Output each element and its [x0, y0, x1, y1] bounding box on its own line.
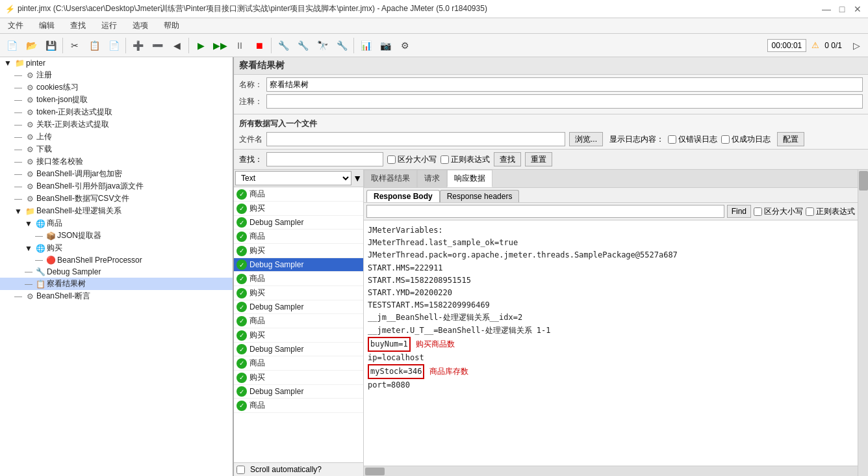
list-item-6[interactable]: ✓ 商品 — [234, 272, 363, 286]
toolbar-new[interactable]: 📄 — [3, 36, 21, 55]
toolbar-tool2[interactable]: 🔧 — [294, 36, 312, 55]
tree-item-14[interactable]: ▼ 🌐 购买 — [0, 242, 233, 254]
list-item-9[interactable]: ✓ 商品 — [234, 314, 363, 328]
list-item-14[interactable]: ✓ Debug Sampler — [234, 385, 363, 399]
tree-item-16[interactable]: — 🔧 Debug Sampler — [0, 266, 233, 278]
toolbar-start-no-pause[interactable]: ▶▶ — [211, 36, 229, 55]
toolbar-chart[interactable]: 📊 — [357, 36, 375, 55]
body-tab-response-headers[interactable]: Response headers — [440, 190, 520, 202]
config-button[interactable]: 配置 — [777, 132, 804, 146]
list-item-13[interactable]: ✓ 购买 — [234, 371, 363, 385]
errors-only-checkbox-label[interactable]: 仅错误日志 — [668, 134, 717, 145]
body-search-input[interactable] — [366, 205, 724, 218]
tree-item-1[interactable]: — ⚙ cookies练习 — [0, 81, 233, 94]
list-item-15[interactable]: ✓ 商品 — [234, 399, 363, 413]
body-case-label[interactable]: 区分大小写 — [754, 206, 803, 217]
find-button[interactable]: 查找 — [494, 152, 521, 166]
toolbar-tool1[interactable]: 🔧 — [274, 36, 292, 55]
menu-file[interactable]: 文件 — [5, 19, 26, 33]
case-sensitive-label[interactable]: 区分大小写 — [387, 154, 437, 165]
errors-only-checkbox[interactable] — [668, 135, 676, 144]
toolbar-add[interactable]: ➕ — [129, 36, 147, 55]
toolbar-back[interactable]: ◀ — [168, 36, 186, 55]
tree-item-15[interactable]: — 🔴 BeanShell PreProcessor — [0, 254, 233, 266]
menu-help[interactable]: 帮助 — [161, 19, 182, 33]
horizontal-scrollbar[interactable] — [364, 466, 858, 476]
vertical-scrollbar[interactable] — [858, 170, 868, 476]
toolbar-start[interactable]: ▶ — [192, 36, 210, 55]
comment-input[interactable] — [266, 94, 863, 109]
list-dropdown[interactable]: Text — [235, 171, 351, 185]
list-item-12[interactable]: ✓ 商品 — [234, 356, 363, 371]
minimize-button[interactable]: — — [821, 4, 832, 14]
regex-label[interactable]: 正则表达式 — [440, 154, 490, 165]
toolbar-remove[interactable]: ➖ — [148, 36, 166, 55]
v-scroll-thumb[interactable] — [859, 171, 868, 191]
tree-item-0[interactable]: — ⚙ 注册 — [0, 69, 233, 81]
list-item-10[interactable]: ✓ 购买 — [234, 328, 363, 343]
scroll-auto-checkbox[interactable] — [236, 466, 245, 474]
menu-find[interactable]: 查找 — [68, 19, 88, 33]
tree-root[interactable]: ▼ 📁 pinter — [0, 57, 233, 69]
tree-item-18[interactable]: — ⚙ BeanShell-断言 — [0, 290, 233, 302]
filename-input[interactable] — [266, 132, 565, 146]
tree-item-7[interactable]: — ⚙ 接口签名校验 — [0, 155, 233, 168]
tree-item-10[interactable]: — ⚙ BeanShell-数据写CSV文件 — [0, 192, 233, 205]
menu-edit[interactable]: 编辑 — [36, 19, 57, 33]
tree-item-17[interactable]: — 📋 察看结果树 — [0, 278, 233, 290]
toolbar-camera[interactable]: 📷 — [376, 36, 394, 55]
list-item-11[interactable]: ✓ Debug Sampler — [234, 343, 363, 356]
toolbar-open[interactable]: 📂 — [22, 36, 40, 55]
name-input[interactable] — [266, 77, 863, 92]
list-item-4[interactable]: ✓ 购买 — [234, 244, 363, 258]
list-item-0[interactable]: ✓ 商品 — [234, 187, 363, 202]
reset-button[interactable]: 重置 — [525, 152, 552, 166]
toolbar-settings[interactable]: ⚙ — [396, 36, 414, 55]
menu-run[interactable]: 运行 — [99, 19, 120, 33]
success-only-checkbox[interactable] — [721, 135, 730, 144]
toolbar-pause[interactable]: ⏸ — [231, 36, 249, 55]
body-case-checkbox[interactable] — [754, 207, 762, 216]
list-item-3[interactable]: ✓ 商品 — [234, 230, 363, 244]
tab-sampler-result[interactable]: 取样器结果 — [364, 170, 417, 187]
toolbar-expand[interactable]: ▷ — [847, 36, 865, 55]
tab-request[interactable]: 请求 — [417, 170, 447, 187]
tree-item-5[interactable]: — ⚙ 上传 — [0, 131, 233, 143]
toolbar-paste[interactable]: 📄 — [105, 36, 123, 55]
toolbar-copy[interactable]: 📋 — [85, 36, 103, 55]
search-input[interactable] — [266, 152, 383, 166]
tree-item-8[interactable]: — ⚙ BeanShell-调用jar包加密 — [0, 168, 233, 180]
tree-item-11[interactable]: ▼ 📁 BeanShell-处理逻辑关系 — [0, 205, 233, 217]
case-sensitive-checkbox[interactable] — [387, 155, 396, 164]
tree-item-9[interactable]: — ⚙ BeanShell-引用外部java源文件 — [0, 180, 233, 192]
body-regex-label[interactable]: 正则表达式 — [806, 206, 855, 217]
list-dropdown-arrow[interactable]: ▼ — [353, 173, 362, 183]
body-find-button[interactable]: Find — [727, 205, 751, 218]
tree-item-4[interactable]: — ⚙ 关联-正则表达式提取 — [0, 118, 233, 131]
tab-response-data[interactable]: 响应数据 — [447, 170, 492, 187]
h-scroll-thumb[interactable] — [365, 468, 385, 475]
menu-options[interactable]: 选项 — [130, 19, 151, 33]
toolbar-tool3[interactable]: 🔧 — [333, 36, 351, 55]
toolbar-stop[interactable]: ⏹ — [250, 36, 268, 55]
list-item-7[interactable]: ✓ 购买 — [234, 286, 363, 300]
maximize-button[interactable]: □ — [837, 4, 847, 14]
list-item-2[interactable]: ✓ Debug Sampler — [234, 216, 363, 230]
tree-item-6[interactable]: — ⚙ 下载 — [0, 143, 233, 155]
toolbar-binoculars[interactable]: 🔭 — [313, 36, 331, 55]
body-regex-checkbox[interactable] — [806, 207, 814, 216]
list-item-5[interactable]: ✓ Debug Sampler — [234, 258, 363, 272]
tree-item-2[interactable]: — ⚙ token-json提取 — [0, 94, 233, 106]
success-only-checkbox-label[interactable]: 仅成功日志 — [721, 134, 771, 145]
tree-item-12[interactable]: ▼ 🌐 商品 — [0, 217, 233, 230]
toolbar-cut[interactable]: ✂ — [66, 36, 84, 55]
list-item-8[interactable]: ✓ Debug Sampler — [234, 300, 363, 314]
regex-checkbox[interactable] — [440, 155, 449, 164]
list-item-1[interactable]: ✓ 购买 — [234, 202, 363, 216]
close-button[interactable]: ✕ — [852, 4, 863, 14]
body-tab-response-body[interactable]: Response Body — [366, 190, 440, 202]
browse-button[interactable]: 浏览... — [569, 132, 603, 146]
toolbar-save[interactable]: 💾 — [42, 36, 60, 55]
tree-item-3[interactable]: — ⚙ token-正则表达式提取 — [0, 106, 233, 118]
tree-item-13[interactable]: — 📦 JSON提取器 — [0, 230, 233, 242]
